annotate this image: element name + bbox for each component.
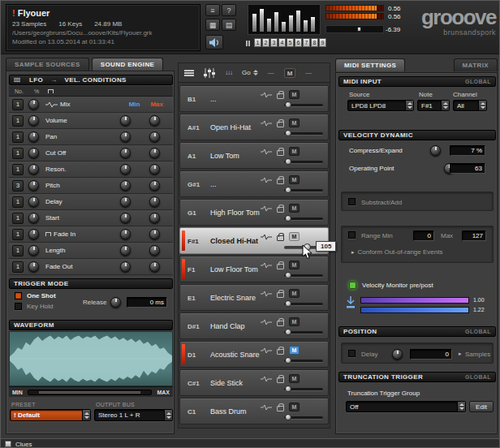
cond-max-knob[interactable] bbox=[149, 245, 160, 256]
trunc-group-spinner[interactable] bbox=[457, 402, 465, 411]
midi-note-spinner[interactable] bbox=[441, 101, 449, 110]
slider-handle[interactable] bbox=[285, 386, 291, 392]
midi-channel-spinner[interactable] bbox=[478, 101, 486, 110]
mute-button[interactable]: M bbox=[289, 204, 300, 213]
output-spinner[interactable] bbox=[164, 410, 172, 420]
tab-matrix[interactable]: MATRIX bbox=[454, 58, 498, 71]
faders-icon[interactable] bbox=[204, 68, 215, 78]
slider-handle[interactable] bbox=[285, 300, 291, 307]
output-gain-slider[interactable] bbox=[325, 25, 384, 33]
velocity-slider[interactable] bbox=[284, 132, 323, 136]
lock-icon[interactable] bbox=[277, 349, 284, 355]
keyboard-button[interactable]: ▤ bbox=[222, 19, 236, 31]
waveform-icon[interactable] bbox=[261, 404, 272, 411]
cond-min-knob[interactable] bbox=[120, 131, 131, 142]
edit-button[interactable]: Edit bbox=[469, 401, 494, 412]
lfo-slot-button[interactable]: 1 bbox=[12, 229, 24, 240]
unit-triangle-icon[interactable]: ▸ bbox=[459, 351, 462, 357]
lock-icon[interactable] bbox=[277, 321, 284, 326]
velocity-slider[interactable] bbox=[284, 303, 323, 306]
substract-add-checkbox[interactable] bbox=[348, 198, 356, 205]
mute-button[interactable]: M bbox=[289, 346, 300, 355]
lock-icon[interactable] bbox=[277, 179, 284, 184]
slider-handle[interactable] bbox=[285, 272, 291, 278]
preset-spinner[interactable] bbox=[82, 410, 90, 420]
cond-min-knob[interactable] bbox=[120, 229, 131, 239]
lfo-amount-knob[interactable] bbox=[28, 148, 39, 158]
key-row[interactable]: G1 High Floor Tom M bbox=[179, 199, 329, 226]
channel-cell[interactable]: 8 bbox=[311, 38, 318, 47]
delay-knob[interactable] bbox=[392, 349, 403, 360]
key-row[interactable]: C#1 Side Stick M bbox=[179, 369, 329, 396]
waveform-icon[interactable] bbox=[261, 177, 272, 183]
key-row[interactable]: C1 Bass Drum M bbox=[179, 398, 329, 424]
midi-source-dropdown[interactable]: LPD8 LPD8 bbox=[347, 100, 414, 111]
pads-button[interactable]: ▦ bbox=[205, 19, 220, 31]
key-row[interactable]: E1 Electric Snare M bbox=[179, 284, 329, 311]
velocity-slider[interactable] bbox=[284, 416, 323, 420]
key-row[interactable]: D#1 Hand Clap M bbox=[179, 312, 329, 339]
velocity-slider[interactable] bbox=[284, 218, 323, 221]
mute-all-button[interactable]: M bbox=[284, 68, 296, 78]
waveform-icon[interactable] bbox=[261, 319, 272, 325]
lock-icon[interactable] bbox=[277, 235, 284, 241]
mute-button[interactable]: M bbox=[289, 118, 300, 127]
mute-button[interactable]: M bbox=[289, 403, 300, 411]
channel-cell[interactable]: 4 bbox=[278, 38, 286, 47]
mute-button[interactable]: M bbox=[289, 232, 300, 241]
disclosure-triangle-icon[interactable]: ▸ bbox=[351, 249, 355, 256]
lfo-slot-button[interactable]: 1 bbox=[12, 131, 24, 143]
delay-checkbox[interactable] bbox=[348, 350, 356, 357]
key-row[interactable]: D1 Acoustic Snare M bbox=[179, 341, 329, 368]
channel-cell[interactable]: 9 bbox=[319, 38, 326, 47]
lock-icon[interactable] bbox=[277, 93, 284, 99]
slider-handle[interactable] bbox=[285, 101, 291, 108]
slider-handle[interactable] bbox=[285, 215, 291, 222]
velocity-slider[interactable] bbox=[284, 360, 323, 363]
cond-max-knob[interactable] bbox=[149, 148, 160, 158]
mute-button[interactable]: M bbox=[289, 261, 300, 269]
waveform-icon[interactable] bbox=[261, 205, 272, 212]
waveform-icon[interactable] bbox=[261, 376, 272, 382]
mute-button[interactable]: M bbox=[289, 374, 300, 383]
cond-max-knob[interactable] bbox=[149, 131, 160, 142]
lfo-slot-button[interactable]: 1 bbox=[12, 261, 24, 273]
release-knob[interactable] bbox=[110, 297, 121, 308]
lfo-amount-knob[interactable] bbox=[28, 164, 39, 174]
lfo-slot-button[interactable]: 1 bbox=[12, 115, 24, 127]
monitor-led[interactable] bbox=[349, 282, 356, 289]
velocity-slider[interactable] bbox=[284, 388, 323, 391]
cond-max-knob[interactable] bbox=[149, 164, 160, 174]
go-button[interactable]: Go bbox=[242, 69, 258, 76]
cond-min-knob[interactable] bbox=[120, 213, 131, 223]
midi-note-dropdown[interactable]: F#1 bbox=[417, 100, 450, 111]
velocity-slider[interactable] bbox=[284, 274, 323, 278]
channel-cell[interactable]: 1 bbox=[254, 38, 261, 47]
help-button[interactable]: ? bbox=[222, 4, 236, 16]
lfo-amount-knob[interactable] bbox=[28, 213, 39, 223]
slider-handle[interactable] bbox=[285, 329, 291, 335]
tab-midi-settings[interactable]: MIDI SETTINGS bbox=[335, 58, 405, 71]
velocity-slider[interactable] bbox=[284, 189, 323, 192]
cond-min-knob[interactable] bbox=[120, 180, 131, 191]
lock-icon[interactable] bbox=[277, 264, 284, 269]
waveform-icon[interactable] bbox=[261, 92, 272, 98]
lfo-slot-button[interactable]: 1 bbox=[12, 164, 24, 175]
cond-max-knob[interactable] bbox=[149, 229, 160, 239]
lfo-menu-icon[interactable] bbox=[14, 78, 20, 79]
slider-handle[interactable] bbox=[285, 158, 291, 165]
lfo-amount-knob[interactable] bbox=[28, 115, 39, 126]
slider-handle[interactable] bbox=[285, 130, 291, 136]
lock-icon[interactable] bbox=[277, 292, 284, 298]
wave-zoom-slider[interactable] bbox=[28, 390, 153, 395]
waveform-icon[interactable] bbox=[261, 149, 272, 155]
list-menu-icon[interactable] bbox=[184, 70, 194, 76]
lfo-slot-button[interactable]: 1 bbox=[12, 245, 24, 256]
lfo-amount-knob[interactable] bbox=[28, 131, 39, 142]
channel-cell[interactable]: 2 bbox=[262, 38, 269, 47]
lfo-amount-knob[interactable] bbox=[28, 180, 39, 191]
speaker-button[interactable] bbox=[205, 35, 223, 50]
key-hold-checkbox[interactable] bbox=[15, 303, 22, 310]
cond-max-knob[interactable] bbox=[149, 261, 160, 272]
lock-icon[interactable] bbox=[277, 150, 284, 156]
